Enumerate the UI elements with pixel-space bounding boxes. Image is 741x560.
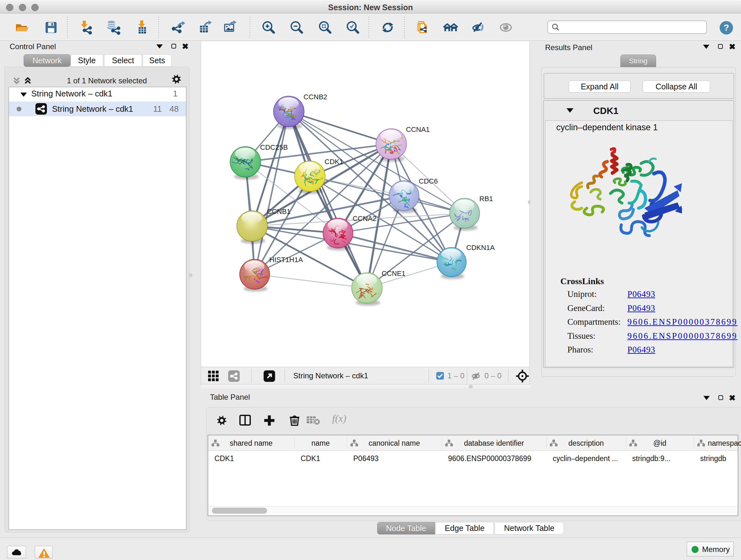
svg-text:HIST1H1A: HIST1H1A <box>269 256 303 264</box>
svg-text:CCNB2: CCNB2 <box>304 93 327 101</box>
svg-text:CCNA1: CCNA1 <box>406 125 430 133</box>
svg-text:CCNB1: CCNB1 <box>267 207 291 215</box>
svg-text:CDC6: CDC6 <box>419 177 438 185</box>
svg-text:CCNA2: CCNA2 <box>353 214 377 223</box>
svg-text:CDKN1A: CDKN1A <box>466 244 495 252</box>
svg-text:RB1: RB1 <box>479 195 493 203</box>
svg-text:CDK1: CDK1 <box>325 158 343 166</box>
svg-text:CDC25B: CDC25B <box>260 143 288 151</box>
svg-text:?: ? <box>724 23 729 33</box>
svg-text:CCNE1: CCNE1 <box>382 269 406 277</box>
